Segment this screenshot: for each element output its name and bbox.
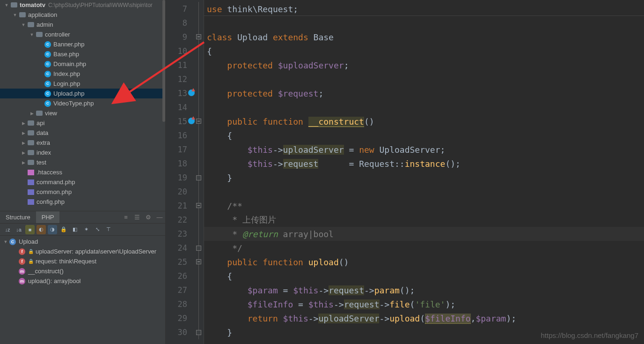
code-line[interactable]: public function upload()	[204, 255, 644, 269]
tree-item[interactable]: ▶data	[0, 128, 162, 138]
code-line[interactable]: protected $request;	[204, 86, 644, 100]
line-number[interactable]: 16	[166, 128, 196, 142]
line-number[interactable]: 22	[166, 213, 196, 227]
tab-php[interactable]: PHP	[36, 211, 60, 223]
code-line[interactable]: return $this->uploadServer->upload($file…	[204, 311, 644, 325]
project-tree[interactable]: ▼tomatotv C:\phpStudy\PHPTutorial\WWW\sh…	[0, 0, 165, 211]
code-line[interactable]: {	[204, 44, 644, 58]
line-number[interactable]: 27	[166, 283, 196, 297]
line-number[interactable]: 30	[166, 325, 196, 339]
line-number[interactable]: 28	[166, 297, 196, 311]
autoscroll-button[interactable]: ⊤	[104, 225, 113, 234]
line-number[interactable]: 26	[166, 269, 196, 283]
line-number[interactable]: 8	[166, 16, 196, 30]
code-line[interactable]: $param = $this->request->param();	[204, 283, 644, 297]
gear-icon[interactable]: ⚙	[144, 213, 153, 222]
code-line[interactable]: */	[204, 241, 644, 255]
code-editor[interactable]: 7891011121314151617181920212223242526272…	[166, 0, 644, 344]
tree-item[interactable]: ▶index	[0, 148, 162, 157]
show-private-button[interactable]: 🔒	[59, 225, 68, 234]
code-line[interactable]: * @return array|bool	[204, 227, 644, 241]
fold-toggle-icon[interactable]	[196, 34, 201, 39]
sort-alpha-button[interactable]: ↓z	[3, 225, 12, 234]
code-line[interactable]: public function __construct()	[204, 114, 644, 128]
line-number[interactable]: 19	[166, 171, 196, 185]
show-toolbar-button[interactable]: ◧	[70, 225, 80, 234]
code-line[interactable]	[204, 72, 644, 86]
code-line[interactable]	[204, 16, 644, 30]
tree-item[interactable]: Index.php	[0, 69, 162, 79]
minimize-icon[interactable]: —	[155, 213, 164, 222]
code-line[interactable]: {	[204, 128, 644, 142]
code-line[interactable]: $this->request = Request::instance();	[204, 157, 644, 171]
fold-toggle-icon[interactable]	[196, 119, 201, 124]
line-number[interactable]: 11	[166, 58, 196, 72]
line-number[interactable]: 17	[166, 142, 196, 157]
override-marker-icon[interactable]	[188, 118, 195, 124]
tree-item[interactable]: .htaccess	[0, 167, 162, 177]
tree-item[interactable]: command.php	[0, 177, 162, 187]
sort-icon[interactable]: ≡	[121, 213, 131, 222]
line-number[interactable]: 24	[166, 241, 196, 255]
line-number[interactable]: 12	[166, 72, 196, 86]
tree-item[interactable]: Banner.php	[0, 39, 162, 49]
line-number[interactable]: 15	[166, 114, 196, 128]
filter-icon[interactable]: ☰	[132, 213, 142, 222]
line-number[interactable]: 9	[166, 30, 196, 44]
tree-item[interactable]: config.php	[0, 197, 162, 207]
fold-end-icon[interactable]	[196, 330, 201, 335]
line-number[interactable]: 18	[166, 157, 196, 171]
code-line[interactable]: class Upload extends Base	[204, 30, 644, 44]
editor-gutter[interactable]: 7891011121314151617181920212223242526272…	[166, 0, 196, 344]
structure-item[interactable]: upload(): array|bool	[0, 276, 165, 286]
code-line[interactable]: /**	[204, 199, 644, 213]
tree-item[interactable]: Base.php	[0, 49, 162, 59]
code-line[interactable]: {	[204, 269, 644, 283]
code-line[interactable]: use think\Request;	[204, 2, 644, 16]
code-line[interactable]: protected $uploadServer;	[204, 58, 644, 72]
line-number[interactable]: 14	[166, 100, 196, 114]
line-number[interactable]: 25	[166, 255, 196, 269]
line-number[interactable]: 23	[166, 227, 196, 241]
tree-item-selected[interactable]: Upload.php	[0, 89, 162, 98]
code-line[interactable]	[204, 100, 644, 114]
show-fields-button[interactable]: ■	[25, 225, 35, 234]
tree-item[interactable]: ▶extra	[0, 138, 162, 148]
override-marker-icon[interactable]	[188, 90, 195, 96]
code-line[interactable]: $this->uploadServer = new UploadServer;	[204, 142, 644, 157]
tab-structure[interactable]: Structure	[0, 211, 36, 223]
tree-item[interactable]: VideoType.php	[0, 98, 162, 108]
structure-item[interactable]: __construct()	[0, 266, 165, 276]
tree-item[interactable]: ▼tomatotv C:\phpStudy\PHPTutorial\WWW\sh…	[0, 0, 162, 10]
project-scrollbar[interactable]	[162, 0, 165, 211]
code-line[interactable]: * 上传图片	[204, 213, 644, 227]
tree-item[interactable]: common.php	[0, 187, 162, 197]
fold-end-icon[interactable]	[196, 246, 201, 251]
line-number[interactable]: 29	[166, 311, 196, 325]
tree-item[interactable]: ▶test	[0, 157, 162, 167]
line-number[interactable]: 7	[166, 2, 196, 16]
line-number[interactable]: 20	[166, 185, 196, 199]
structure-item[interactable]: 🔒uploadServer: app\data\server\UploadSer…	[0, 247, 165, 256]
code-line[interactable]: }	[204, 171, 644, 185]
code-area[interactable]: use think\Request;class Upload extends B…	[204, 0, 644, 344]
tree-item[interactable]: ▶view	[0, 108, 162, 118]
collapse-all-button[interactable]: ⤡	[93, 225, 102, 234]
code-line[interactable]	[204, 185, 644, 199]
tree-item[interactable]: ▶api	[0, 118, 162, 128]
fold-toggle-icon[interactable]	[196, 259, 201, 264]
show-inherited-button[interactable]: ◐	[37, 225, 46, 234]
tree-item[interactable]: ▼controller	[0, 30, 162, 39]
line-number[interactable]: 13	[166, 86, 196, 100]
tree-item[interactable]: ▼admin	[0, 20, 162, 30]
sort-visibility-button[interactable]: ↓a	[14, 225, 23, 234]
expand-all-button[interactable]: ✶	[81, 225, 91, 234]
fold-toggle-icon[interactable]	[196, 203, 201, 208]
fold-end-icon[interactable]	[196, 175, 201, 180]
tree-item[interactable]: Domain.php	[0, 59, 162, 69]
show-anon-button[interactable]: ◑	[48, 225, 57, 234]
tree-item[interactable]: ▼application	[0, 10, 162, 20]
code-line[interactable]: $fileInfo = $this->request->file('file')…	[204, 297, 644, 311]
tree-item[interactable]: Login.php	[0, 79, 162, 89]
fold-column[interactable]	[196, 0, 204, 344]
